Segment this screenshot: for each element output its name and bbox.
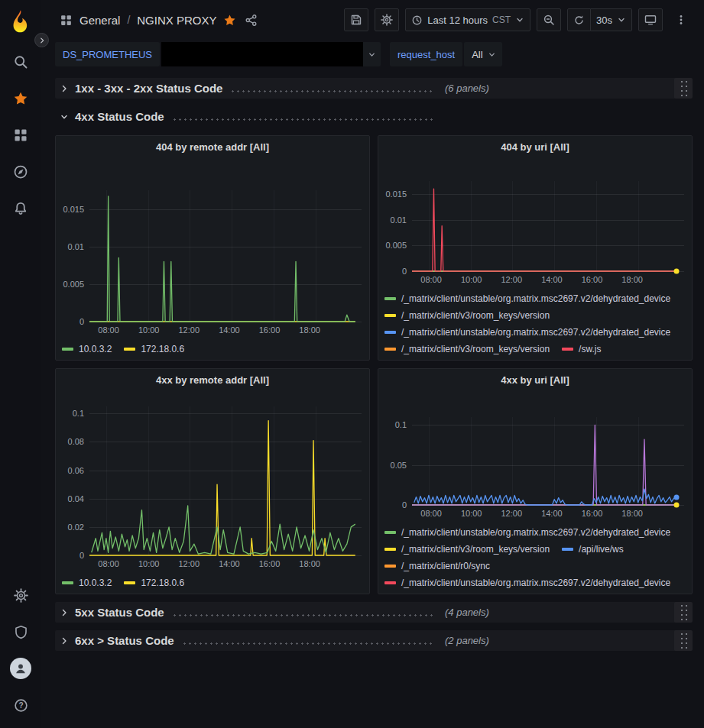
- time-range-picker[interactable]: Last 12 hours CST: [405, 8, 530, 31]
- y-axis-label: 0.06: [68, 466, 84, 475]
- compass-icon: [13, 164, 28, 180]
- request-host-select[interactable]: All: [464, 42, 501, 66]
- row-panel-count: (4 panels): [445, 607, 489, 618]
- sidebar-item-search[interactable]: [6, 47, 35, 76]
- legend-item[interactable]: /_matrix/client/unstable/org.matrix.msc2…: [384, 578, 670, 588]
- sidebar-item-help[interactable]: [6, 691, 35, 720]
- y-axis-label: 0.1: [395, 420, 407, 429]
- row-header: 5xx Status Code: [60, 606, 437, 619]
- row-drag-handle[interactable]: [674, 630, 693, 651]
- y-axis: 00.0050.010.015: [59, 190, 89, 322]
- legend-item[interactable]: 172.18.0.6: [124, 344, 184, 354]
- legend-label: /_matrix/client/v3/room_keys/version: [401, 344, 550, 354]
- legend-item[interactable]: /_matrix/client/v3/room_keys/version: [384, 344, 550, 354]
- search-icon: [13, 54, 28, 70]
- series-line: [414, 489, 676, 505]
- zoom-out-button[interactable]: [537, 8, 561, 31]
- sidebar-item-server-admin[interactable]: [6, 617, 35, 646]
- breadcrumb: General / NGINX PROXY: [60, 14, 258, 27]
- panel-4xx-by-remote-addr: 4xx by remote addr [All] 00.020.040.060.…: [55, 368, 370, 594]
- legend-label: /_matrix/client/unstable/org.matrix.msc2…: [401, 578, 670, 588]
- legend-item[interactable]: /_matrix/client/unstable/org.matrix.msc2…: [384, 327, 670, 338]
- x-axis-label: 08:00: [98, 559, 119, 568]
- legend-item[interactable]: /_matrix/client/v3/room_keys/version: [384, 310, 550, 321]
- refresh-interval-label: 30s: [596, 15, 612, 26]
- breadcrumb-dashboard-title[interactable]: NGINX PROXY: [137, 14, 216, 27]
- plot-area: 00.050.1: [381, 417, 684, 505]
- legend-item[interactable]: 10.0.3.2: [62, 578, 112, 588]
- legend-label: 172.18.0.6: [141, 578, 184, 588]
- favorite-star-icon[interactable]: [223, 14, 236, 27]
- redacted-value: [161, 42, 363, 66]
- y-axis-label: 0.05: [391, 461, 407, 470]
- x-axis-label: 16:00: [582, 275, 603, 284]
- sidebar-item-configuration[interactable]: [6, 581, 35, 610]
- legend-swatch: [384, 297, 396, 300]
- legend-item[interactable]: /sw.js: [562, 344, 601, 354]
- grafana-logo[interactable]: [6, 5, 35, 36]
- row-panel-count: (6 panels): [445, 83, 489, 94]
- chevron-right-icon: [60, 84, 69, 93]
- legend-item[interactable]: 172.18.0.6: [124, 578, 184, 588]
- panel-title[interactable]: 404 by uri [All]: [378, 136, 692, 157]
- row-dotted-leader: [172, 614, 433, 616]
- breadcrumb-folder[interactable]: General: [79, 14, 120, 27]
- y-axis: 00.020.040.060.080.1: [59, 406, 89, 555]
- refresh-icon: [573, 15, 585, 26]
- plot-canvas: [412, 417, 684, 505]
- row-drag-handle[interactable]: [674, 78, 693, 99]
- sidebar-item-starred[interactable]: [6, 84, 35, 113]
- row-4xx-status-code[interactable]: 4xx Status Code: [55, 106, 693, 127]
- y-axis-label: 0.015: [385, 189, 407, 199]
- x-axis-label: 18:00: [299, 559, 320, 568]
- row-5xx-status-code[interactable]: 5xx Status Code (4 panels): [55, 602, 693, 623]
- cycle-view-mode-button[interactable]: [638, 8, 663, 31]
- panel-title[interactable]: 4xx by uri [All]: [378, 369, 692, 390]
- share-icon[interactable]: [245, 14, 258, 27]
- row-6xx-status-code[interactable]: 6xx > Status Code (2 panels): [55, 630, 693, 651]
- row-title: 6xx > Status Code: [75, 634, 174, 647]
- more-options-button[interactable]: [669, 8, 693, 31]
- datasource-select[interactable]: [161, 42, 381, 66]
- legend-label: /_matrix/client/unstable/org.matrix.msc2…: [401, 327, 670, 338]
- kebab-menu-icon: [675, 14, 687, 26]
- legend: 10.0.3.2172.18.0.6: [62, 578, 362, 588]
- sidebar-item-alerting[interactable]: [6, 194, 35, 223]
- refresh-button[interactable]: [567, 8, 591, 31]
- chevron-right-icon: [60, 608, 69, 617]
- dashboard-settings-button[interactable]: [375, 8, 399, 31]
- save-dashboard-button[interactable]: [344, 8, 368, 31]
- legend-item[interactable]: /_matrix/client/v3/room_keys/version: [384, 544, 550, 555]
- x-axis-label: 10:00: [461, 275, 482, 284]
- row-dotted-leader: [182, 642, 433, 645]
- panel-title[interactable]: 404 by remote addr [All]: [56, 136, 369, 157]
- sidebar-expand-button[interactable]: [34, 33, 49, 47]
- plot-area: 00.020.040.060.080.1: [59, 406, 362, 555]
- row-drag-handle[interactable]: [674, 602, 693, 623]
- legend-item[interactable]: /_matrix/client/unstable/org.matrix.msc2…: [384, 527, 670, 538]
- row-1xx-3xx-2xx-status-code[interactable]: 1xx - 3xx - 2xx Status Code (6 panels): [55, 78, 693, 99]
- panel-title[interactable]: 4xx by remote addr [All]: [56, 369, 369, 390]
- plot-area: 00.0050.010.015: [381, 181, 684, 271]
- row-dotted-leader: [230, 90, 433, 92]
- legend-label: /_matrix/client/unstable/org.matrix.msc2…: [401, 527, 670, 538]
- y-axis-label: 0.02: [68, 523, 84, 532]
- gear-icon: [381, 14, 393, 26]
- sidebar-item-dashboards[interactable]: [6, 121, 35, 150]
- sidebar-item-explore[interactable]: [6, 157, 35, 186]
- shield-icon: [14, 625, 28, 639]
- sidebar-item-profile[interactable]: [6, 654, 35, 683]
- drag-dots-icon: [680, 79, 688, 97]
- series-plot-svg: [412, 181, 684, 271]
- legend-item[interactable]: /_matrix/client/unstable/org.matrix.msc2…: [384, 293, 670, 304]
- legend-item[interactable]: /api/live/ws: [562, 544, 624, 555]
- legend: 10.0.3.2172.18.0.6: [62, 344, 362, 354]
- legend-item[interactable]: 10.0.3.2: [62, 344, 112, 354]
- clock-icon: [411, 15, 423, 26]
- bell-icon: [13, 201, 28, 216]
- chart-4xx-by-remote-addr: 00.020.040.060.080.108:0010:0012:0014:00…: [56, 390, 369, 594]
- legend-item[interactable]: /_matrix/client/r0/sync: [384, 561, 490, 571]
- refresh-interval-picker[interactable]: 30s: [591, 8, 632, 31]
- series-line: [89, 196, 355, 322]
- series-line: [412, 425, 676, 505]
